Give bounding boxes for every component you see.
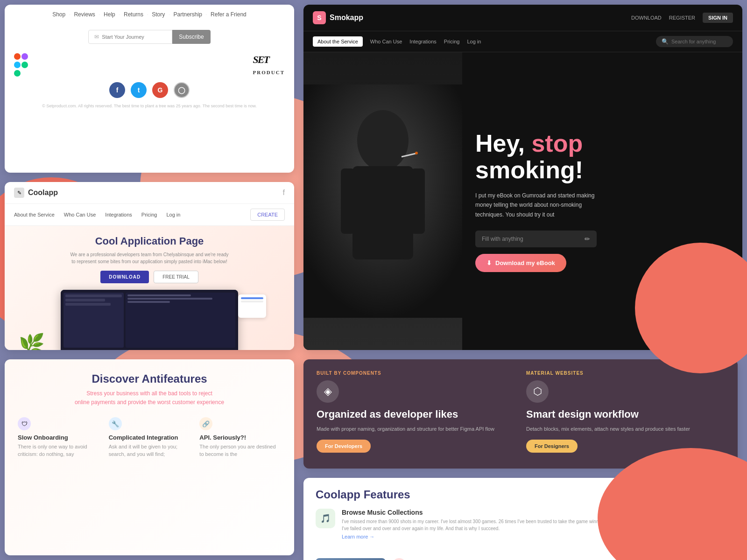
feature-card-designers: MATERIAL WEBSITES ⬡ Smart design workflo… [526,371,725,457]
download-icon: ⬇ [486,259,492,266]
for-developers-button[interactable]: For Developers [317,440,371,453]
hero-image-area [303,52,462,350]
feature-desc-2: Detach blocks, mix elements, attach new … [526,425,725,433]
nav-about-service[interactable]: About the Service [313,36,363,47]
imac-display: 🌿 [14,290,285,350]
nav-sep3: · [119,13,120,17]
coolapp-features-title: Coolapp Features [316,488,726,501]
nav-help[interactable]: Help [104,11,115,18]
cool-app-content: Cool Application Page We are a professio… [5,226,294,350]
p5a-panel: BUILT BY COMPONENTS ◈ Organized as devel… [299,355,742,469]
antifeature-icon-3: 🔗 [199,417,212,430]
header-signin-button[interactable]: SIGN IN [703,13,733,23]
footer-text: © Setproduct.com. All rights reserved. T… [5,102,294,113]
imac-mockup [61,290,238,350]
browse-music-link[interactable]: Learn more → [342,534,374,539]
cool-app-desc: We are a professional developers team fr… [70,251,229,265]
cool-app-buttons: DOWNLOAD FREE TRIAL [100,271,198,283]
coolapp-create-button[interactable]: CREATE [250,209,285,221]
coolapp-nav-integrations[interactable]: Integrations [105,212,132,217]
download-ebook-button[interactable]: ⬇ Download my eBook [475,254,566,272]
antifeature-desc-3: The only person you are destined to beco… [199,443,281,458]
nav-refer[interactable]: Refer a Friend [211,11,247,18]
imac-main-area [126,293,235,348]
svg-point-6 [415,152,418,154]
coolapp-nav: About the Service Who Can Use Integratio… [5,204,294,226]
person-silhouette [303,52,462,350]
coolapp-nav-about[interactable]: About the Service [14,212,55,217]
feature-tag-2: MATERIAL WEBSITES [526,371,725,376]
figma-logo [14,53,28,77]
browse-music-icon: 🎵 [316,509,335,528]
set-product-logo: SET PRODUCT [253,54,285,77]
cool-app-download-button[interactable]: DOWNLOAD [100,271,149,283]
floating-card [238,294,266,318]
browse-music-image: 🎸 [655,509,726,551]
figma-circle-purple [21,53,28,60]
nav-pricing[interactable]: Pricing [444,39,460,44]
antifeature-icon-2: 🔧 [109,417,122,430]
google-button[interactable]: G [152,82,168,98]
coolapp-nav-who[interactable]: Who Can Use [64,212,96,217]
nav-returns[interactable]: Returns [124,11,143,18]
nav-story[interactable]: Story [152,11,165,18]
feature-title-1: Organized as developer likes [317,408,515,420]
header-download-link[interactable]: DOWNLOAD [631,15,662,21]
svg-point-1 [357,110,409,171]
for-designers-button[interactable]: For Designers [526,440,578,453]
subscribe-button[interactable]: Subscribe [172,30,210,44]
feature-browse-music: 🎵 Browse Music Collections I've missed m… [316,509,726,551]
nav-who-can-use[interactable]: Who Can Use [370,39,402,44]
smokapp-text: Hey, stop smoking! I put my eBook on Gum… [462,52,742,350]
plant-decoration: 🌿 [19,332,45,350]
feature-tag-1: BUILT BY COMPONENTS [317,371,515,376]
antifeatures-grid: 🛡 Slow Onboarding There is only one way … [18,417,281,458]
coolapp-nav-login[interactable]: Log in [166,212,180,217]
brand-row: SET PRODUCT [5,49,294,78]
search-bar: 🔍 [656,36,733,47]
cool-app-trial-button[interactable]: FREE TRIAL [154,271,198,283]
figma-circle-green [21,62,28,68]
cool-app-title: Cool Application Page [95,235,204,247]
smokapp-content: Hey, stop smoking! I put my eBook on Gum… [303,52,742,350]
antifeature-title-2: Complicated Integration [109,434,190,441]
browse-music-text: Browse Music Collections I've missed mor… [342,509,649,540]
feature-release-limits: 🏔 ⚡ Release Your Limits Twenty years fro… [316,558,726,560]
facebook-button[interactable]: f [109,82,125,98]
feature-title-2: Smart design workflow [526,408,725,420]
release-limits-text: ⚡ Release Your Limits Twenty years from … [392,558,726,560]
nav-log-in[interactable]: Log in [467,39,481,44]
smokapp-description: I put my eBook on Gumroad and started ma… [475,191,606,219]
nav-integrations[interactable]: Integrations [409,39,436,44]
twitter-button[interactable]: t [131,82,147,98]
feature-icon-1: ◈ [317,380,339,403]
coolapp-logo-icon: ✎ [14,188,24,198]
antifeature-title-3: API. Seriously?! [199,434,281,441]
figma-circle-bottom [14,70,21,77]
imac-screen [61,290,238,350]
nav-sep1: · [69,13,70,17]
nav-partnership[interactable]: Partnership [173,11,202,18]
subscribe-input-wrap: ✉ [88,30,172,44]
email-input[interactable] [102,34,162,40]
nav-shop[interactable]: Shop [52,11,65,18]
svg-rect-3 [341,168,355,234]
smokapp-logo-icon: S [313,11,326,24]
p5b-panel: Coolapp Features 🎵 Browse Music Collecti… [299,473,742,560]
nav-reviews[interactable]: Reviews [74,11,95,18]
subscribe-area: ✉ Subscribe [5,24,294,49]
download-button-label: Download my eBook [495,259,555,266]
instagram-button[interactable]: ◯ [174,82,190,98]
smokapp-logo-name: Smokapp [330,14,363,22]
browse-music-title: Browse Music Collections [342,509,649,516]
nav-sep2: · [99,13,100,17]
imac-sidebar [63,293,124,348]
facebook-link-icon[interactable]: f [283,189,285,197]
coolapp-nav-pricing[interactable]: Pricing [141,212,157,217]
search-input[interactable] [671,39,727,44]
antifeature-title-1: Slow Onboarding [18,434,99,441]
antifeature-item-3: 🔗 API. Seriously?! The only person you a… [199,417,281,458]
social-links: f t G ◯ [5,78,294,102]
email-icon: ✉ [94,34,99,40]
header-register-link[interactable]: REGISTER [669,15,695,21]
